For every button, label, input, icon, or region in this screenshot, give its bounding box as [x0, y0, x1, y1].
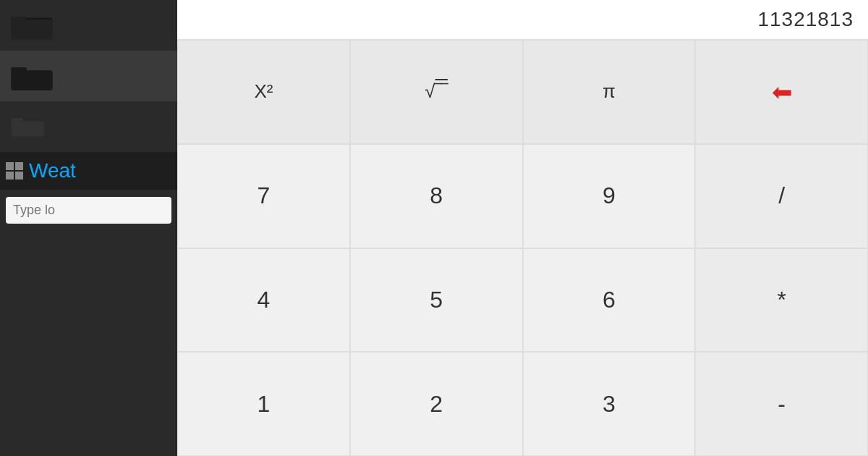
- button-multiply[interactable]: *: [695, 248, 868, 352]
- button-7[interactable]: 7: [177, 144, 350, 248]
- folder-icon-3: [10, 109, 54, 145]
- button-5[interactable]: 5: [350, 248, 523, 352]
- button-divide[interactable]: /: [695, 144, 868, 248]
- button-3[interactable]: 3: [523, 352, 696, 456]
- button-backspace[interactable]: ⬅: [695, 40, 868, 144]
- button-4[interactable]: 4: [177, 248, 350, 352]
- label-3: 3: [603, 391, 616, 418]
- sidebar-item-weather[interactable]: Weat: [0, 152, 177, 190]
- label-subtract: -: [778, 391, 786, 418]
- svg-rect-9: [12, 67, 27, 73]
- label-9: 9: [603, 182, 616, 209]
- sidebar: Weat: [0, 0, 177, 456]
- label-multiply: *: [777, 287, 786, 313]
- button-2[interactable]: 2: [350, 352, 523, 456]
- button-x-squared[interactable]: X²: [177, 40, 350, 144]
- label-4: 4: [257, 287, 270, 313]
- svg-rect-10: [12, 122, 44, 137]
- button-6[interactable]: 6: [523, 248, 696, 352]
- button-subtract[interactable]: -: [695, 352, 868, 456]
- backspace-icon: ⬅: [772, 77, 792, 106]
- button-sqrt[interactable]: √‾‾: [350, 40, 523, 144]
- button-9[interactable]: 9: [523, 144, 696, 248]
- grid-icon: [6, 162, 23, 180]
- svg-rect-8: [12, 71, 53, 90]
- sidebar-item-folder3[interactable]: [0, 101, 177, 152]
- sidebar-item-folder2[interactable]: [0, 51, 177, 101]
- calculator-area: 11321813 X² √‾‾ π ⬅ 7 8 9 / 4: [177, 0, 868, 456]
- button-pi[interactable]: π: [523, 40, 696, 144]
- label-6: 6: [603, 287, 616, 313]
- label-8: 8: [430, 182, 443, 209]
- label-1: 1: [257, 391, 270, 418]
- sidebar-search-input[interactable]: [6, 197, 171, 224]
- folder-icon-1: [10, 7, 54, 43]
- folder-icon-2: [10, 58, 54, 94]
- label-divide: /: [778, 182, 785, 209]
- sqrt-label: √‾‾: [425, 80, 448, 103]
- label-2: 2: [430, 391, 443, 418]
- pi-label: π: [603, 80, 616, 103]
- button-8[interactable]: 8: [350, 144, 523, 248]
- display-value: 11321813: [757, 8, 854, 31]
- svg-rect-4: [12, 20, 53, 40]
- label-7: 7: [257, 182, 270, 209]
- svg-rect-11: [12, 118, 24, 124]
- button-1[interactable]: 1: [177, 352, 350, 456]
- sidebar-input-area: [0, 190, 177, 231]
- calculator-grid: X² √‾‾ π ⬅ 7 8 9 / 4 5 6: [177, 40, 868, 456]
- label-5: 5: [430, 287, 443, 313]
- calculator-display: 11321813: [177, 0, 868, 40]
- x-squared-label: X²: [254, 80, 273, 103]
- svg-rect-5: [12, 17, 27, 22]
- sidebar-item-folder1[interactable]: [0, 0, 177, 51]
- weather-label: Weat: [29, 159, 76, 182]
